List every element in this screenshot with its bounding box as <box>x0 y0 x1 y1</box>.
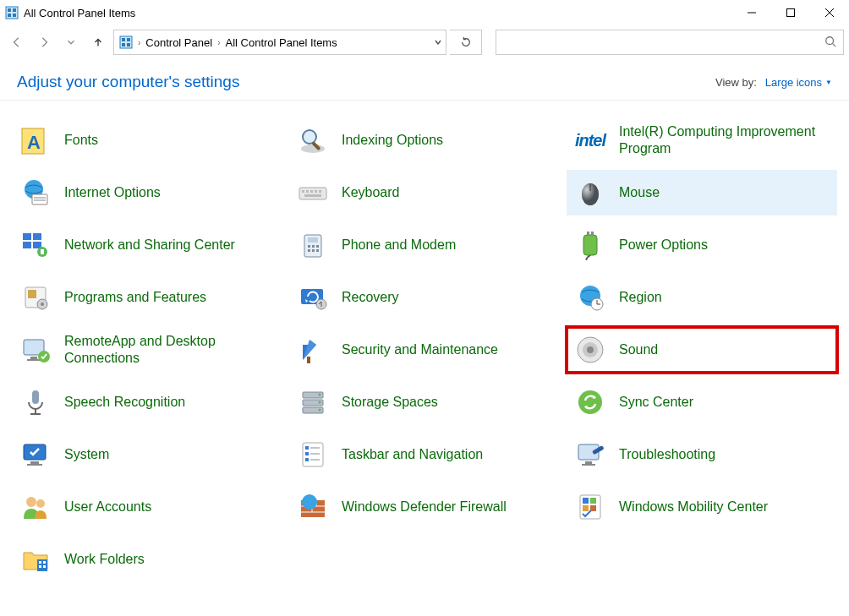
cp-item-label: Speech Recognition <box>64 394 185 411</box>
svg-rect-105 <box>590 498 596 504</box>
address-bar[interactable]: › Control Panel › All Control Panel Item… <box>113 30 446 55</box>
svg-point-14 <box>826 36 834 44</box>
cp-item-power[interactable]: Power Options <box>567 222 837 268</box>
cp-item-network[interactable]: Network and Sharing Center <box>12 222 282 268</box>
svg-rect-92 <box>582 464 595 466</box>
cp-item-mouse[interactable]: Mouse <box>567 170 837 215</box>
cp-item-work-folders[interactable]: Work Folders <box>12 537 282 582</box>
cp-item-user-accounts[interactable]: User Accounts <box>12 484 282 530</box>
cp-item-fonts[interactable]: AFonts <box>12 117 282 163</box>
cp-item-indexing[interactable]: Indexing Options <box>289 117 560 163</box>
refresh-button[interactable] <box>450 30 482 55</box>
maximize-button[interactable] <box>771 0 810 25</box>
svg-text:A: A <box>27 132 41 153</box>
work-folders-icon <box>19 542 52 576</box>
cp-item-label: RemoteApp and Desktop Connections <box>64 333 276 367</box>
phone-icon <box>296 228 330 262</box>
remoteapp-icon <box>19 333 52 367</box>
power-icon <box>573 228 607 262</box>
forward-button[interactable] <box>32 30 56 54</box>
chevron-right-icon[interactable]: › <box>138 38 140 47</box>
close-button[interactable] <box>810 0 849 25</box>
keyboard-icon <box>296 176 330 210</box>
cp-item-phone[interactable]: Phone and Modem <box>289 222 560 268</box>
cp-item-firewall[interactable]: Windows Defender Firewall <box>289 484 560 530</box>
svg-rect-104 <box>583 498 589 504</box>
svg-rect-91 <box>585 461 592 464</box>
cp-item-label: Troubleshooting <box>619 446 715 463</box>
svg-rect-47 <box>312 249 315 252</box>
chevron-right-icon[interactable]: › <box>217 38 220 47</box>
cp-item-intel[interactable]: intelIntel(R) Computing Improvement Prog… <box>567 117 837 163</box>
search-icon[interactable] <box>824 35 836 50</box>
svg-rect-66 <box>307 357 310 363</box>
svg-point-76 <box>319 394 321 396</box>
svg-rect-110 <box>43 561 46 564</box>
cp-item-internet-options[interactable]: Internet Options <box>12 170 282 215</box>
svg-point-78 <box>319 409 321 412</box>
cp-item-label: Windows Mobility Center <box>619 499 768 515</box>
viewby-dropdown[interactable]: Large icons ▼ <box>765 76 832 89</box>
svg-rect-108 <box>37 559 47 571</box>
cp-item-recovery[interactable]: Recovery <box>289 275 560 320</box>
cp-item-label: User Accounts <box>64 499 151 515</box>
recovery-icon <box>296 281 330 314</box>
svg-rect-2 <box>13 8 16 12</box>
up-button[interactable] <box>86 30 110 54</box>
breadcrumb-current[interactable]: All Control Panel Items <box>223 36 338 49</box>
nav-row: › Control Panel › All Control Panel Item… <box>0 25 849 59</box>
svg-rect-6 <box>787 9 795 17</box>
divider <box>0 100 849 101</box>
cp-item-label: Network and Sharing Center <box>64 237 235 253</box>
network-icon <box>19 228 52 262</box>
svg-rect-106 <box>583 505 589 511</box>
sound-icon <box>573 333 607 367</box>
svg-point-69 <box>587 346 594 353</box>
indexing-icon <box>296 123 330 157</box>
titlebar: All Control Panel Items <box>0 0 849 25</box>
cp-item-label: Security and Maintenance <box>342 341 498 358</box>
search-input[interactable] <box>503 35 824 50</box>
minimize-button[interactable] <box>732 0 771 25</box>
svg-point-77 <box>319 401 321 404</box>
cp-item-remoteapp[interactable]: RemoteApp and Desktop Connections <box>12 327 282 373</box>
cp-item-system[interactable]: System <box>12 432 282 477</box>
cp-item-label: Recovery <box>342 289 399 306</box>
cp-item-sound[interactable]: Sound <box>567 327 837 373</box>
search-box[interactable] <box>496 30 844 55</box>
svg-rect-51 <box>591 232 594 236</box>
cp-item-security[interactable]: Security and Maintenance <box>289 327 560 373</box>
page-title: Adjust your computer's settings <box>17 73 239 91</box>
back-button[interactable] <box>5 30 29 54</box>
svg-rect-27 <box>306 190 309 193</box>
recent-dropdown[interactable] <box>59 30 83 54</box>
breadcrumb-root-icon <box>118 35 134 49</box>
address-dropdown[interactable] <box>434 35 442 49</box>
cp-item-storage[interactable]: Storage Spaces <box>289 379 560 425</box>
window-title: All Control Panel Items <box>24 7 135 19</box>
cp-item-label: Power Options <box>619 237 708 253</box>
sync-icon <box>573 385 607 419</box>
viewby-label: View by: <box>715 76 757 89</box>
region-icon <box>573 281 607 314</box>
breadcrumb-root[interactable]: Control Panel <box>144 36 214 49</box>
cp-item-taskbar[interactable]: Taskbar and Navigation <box>289 432 560 477</box>
svg-rect-3 <box>8 14 11 17</box>
mouse-icon <box>573 176 607 210</box>
svg-rect-70 <box>32 390 39 404</box>
cp-item-region[interactable]: Region <box>567 275 837 320</box>
cp-item-label: Sync Center <box>619 394 693 411</box>
svg-rect-112 <box>43 565 46 568</box>
svg-rect-84 <box>305 446 309 450</box>
svg-rect-43 <box>308 245 310 248</box>
cp-item-sync[interactable]: Sync Center <box>567 379 837 425</box>
cp-item-speech[interactable]: Speech Recognition <box>12 379 282 425</box>
cp-item-mobility[interactable]: Windows Mobility Center <box>567 484 837 530</box>
cp-item-programs[interactable]: Programs and Features <box>12 275 282 320</box>
svg-rect-36 <box>33 233 41 240</box>
cp-item-troubleshooting[interactable]: Troubleshooting <box>567 432 837 477</box>
svg-rect-40 <box>41 249 44 254</box>
svg-point-79 <box>578 390 602 414</box>
cp-item-label: Region <box>619 289 662 306</box>
cp-item-keyboard[interactable]: Keyboard <box>289 170 560 215</box>
